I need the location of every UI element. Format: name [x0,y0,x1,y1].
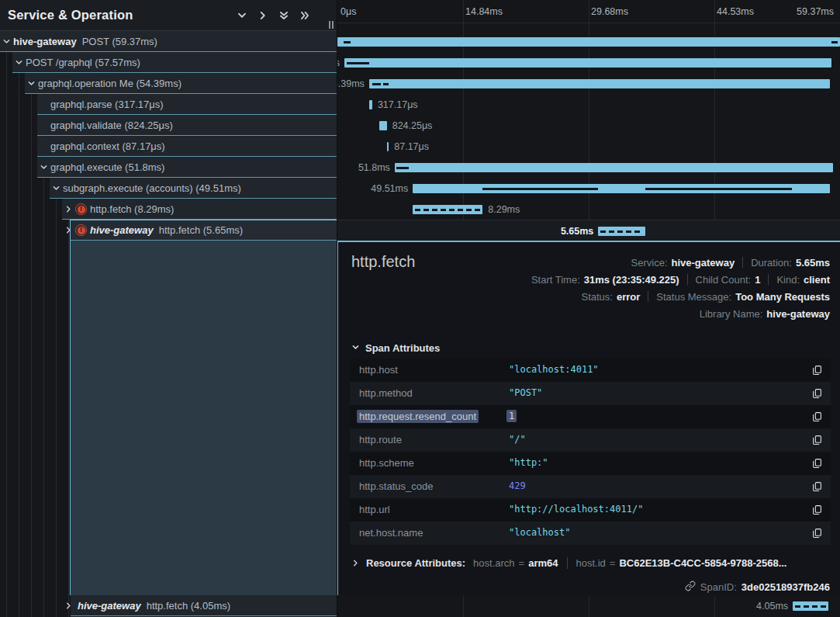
resource-attributes-row[interactable]: Resource Attributes: host.arch=arm64host… [351,557,786,569]
chevron-right-icon [258,10,268,21]
chevron-right-icon[interactable] [64,226,73,234]
attribute-row[interactable]: http.status_code 429 [350,475,831,498]
span-detail-meta: Service:hive-gatewayDuration:5.65msStart… [531,254,830,322]
copy-button[interactable] [812,388,822,399]
tree-row[interactable]: !hive-gatewayhttp.fetch (5.65ms) [0,220,337,241]
selected-span-expanded-area [70,241,337,595]
span-duration-label: 57.57ms [337,57,340,68]
attribute-key: http.scheme [359,457,414,469]
meta-value: 5.65ms [796,257,830,269]
span-detail-title: http.fetch [351,253,415,271]
tree-row[interactable]: !http.fetch (8.29ms) [0,199,337,220]
tree-row[interactable]: subgraph.execute (accounts) (49.51ms) [0,178,337,199]
copy-button[interactable] [812,365,822,376]
chevrons-down-icon[interactable] [278,10,289,21]
timeline-span-row[interactable]: 317.17μs [337,94,840,115]
span-duration-label: 824.25μs [392,120,433,131]
span-bar[interactable] [369,100,372,109]
attribute-value: 429 [509,480,526,491]
attribute-key: http.status_code [359,480,433,492]
panel-resize-grip[interactable] [329,21,334,29]
span-id-value: 3de02518937fb246 [741,581,830,593]
chevron-down-icon[interactable] [52,184,60,192]
copy-button[interactable] [812,435,822,445]
chevron-down-icon[interactable] [27,79,36,88]
chevron-down-icon [40,163,48,172]
span-attributes-header-label: Span Attributes [365,342,440,354]
timeline-span-row[interactable]: 824.25μs [337,115,840,136]
span-attributes-header[interactable]: Span Attributes [351,342,440,354]
chevron-down-icon [2,37,11,46]
span-bar[interactable] [413,184,830,193]
copy-button[interactable] [812,411,822,422]
timeline-span-row[interactable]: 4.05ms [337,595,840,616]
timeline-span-row[interactable]: 49.51ms [337,178,840,199]
tree-row[interactable]: graphql.operation Me (54.39ms) [0,73,337,94]
copy-button[interactable] [812,528,822,539]
timeline-span-row[interactable]: 87.17μs [337,136,840,157]
span-meta-row: Status:errorStatus Message:Too Many Requ… [531,288,830,305]
tree-row[interactable]: hive-gatewayPOST (59.37ms) [0,31,337,52]
span-operation-name: graphql.validate (824.25μs) [50,120,173,131]
span-id-row: SpanID: 3de02518937fb246 [685,581,830,594]
tree-row[interactable]: graphql.context (87.17μs) [0,136,337,157]
timeline-tick-label: 44.53ms [717,6,754,17]
attribute-row[interactable]: http.scheme "http:" [350,452,831,475]
span-bar[interactable] [369,79,830,88]
timeline-span-row[interactable]: 5.65ms [337,220,840,241]
attribute-row[interactable]: http.url "http://localhost:4011/" [350,498,831,522]
span-bar[interactable] [337,37,840,47]
span-bar[interactable] [793,601,828,611]
tree-row[interactable]: graphql.execute (51.8ms) [0,157,337,178]
meta-value: error [617,291,640,303]
attribute-value: "POST" [509,387,542,398]
chevron-down-icon[interactable] [237,10,247,21]
tree-row[interactable]: POST /graphql (57.57ms) [0,52,337,73]
copy-button[interactable] [812,504,822,515]
timeline-tick-label: 0μs [340,6,356,17]
chevron-down-icon[interactable] [15,58,23,67]
timeline-span-row[interactable]: 57.57ms [337,52,840,73]
span-service-name: hive-gateway [90,224,154,236]
timeline-span-row[interactable] [337,31,840,52]
tree-row[interactable]: graphql.parse (317.17μs) [0,94,337,115]
span-service-name: hive-gateway [78,600,141,612]
chevrons-right-icon[interactable] [299,10,310,21]
copy-button[interactable] [812,481,822,492]
span-bar[interactable] [598,227,645,236]
span-bar[interactable] [395,163,833,172]
chevron-right-icon [351,559,360,567]
attribute-row[interactable]: http.method "POST" [350,382,831,405]
timeline-span-row[interactable]: 54.39ms [337,73,840,94]
meta-value: 1 [755,274,760,286]
chevron-right-icon[interactable] [258,10,268,21]
chevron-down-icon[interactable] [2,37,11,46]
chevron-down-icon[interactable] [40,163,48,172]
span-id-label: SpanID: [700,581,737,593]
copy-button[interactable] [812,458,822,469]
tree-row[interactable]: graphql.validate (824.25μs) [0,115,337,136]
span-duration-label: 49.51ms [371,183,408,194]
span-bar[interactable] [379,121,387,130]
child-span-mark [482,188,598,190]
tree-row[interactable]: hive-gatewayhttp.fetch (4.05ms) [0,595,337,616]
attribute-row[interactable]: http.request.resend_count 1 [350,405,831,428]
span-bar[interactable] [344,58,831,68]
span-bar[interactable] [413,205,482,214]
meta-value: Too Many Requests [735,291,830,303]
meta-label: Child Count: [696,274,752,286]
resource-attribute: host.arch=arm64 [473,557,558,569]
meta-label: Duration: [751,257,792,269]
chevron-down-icon [15,58,23,67]
timeline-span-row[interactable]: 51.8ms [337,157,840,178]
child-span-mark [383,83,389,85]
attribute-row[interactable]: http.host "localhost:4011" [350,359,831,382]
attribute-row[interactable]: net.host.name "localhost" [350,522,831,545]
span-bar[interactable] [387,142,389,151]
attribute-row[interactable]: http.route "/" [350,428,831,452]
timeline-tick-label: 59.37ms [797,6,834,17]
chevron-right-icon[interactable] [64,601,73,610]
chevron-right-icon[interactable] [64,205,73,213]
span-operation-name: POST (59.37ms) [82,36,157,47]
timeline-span-row[interactable]: 8.29ms [337,199,840,220]
